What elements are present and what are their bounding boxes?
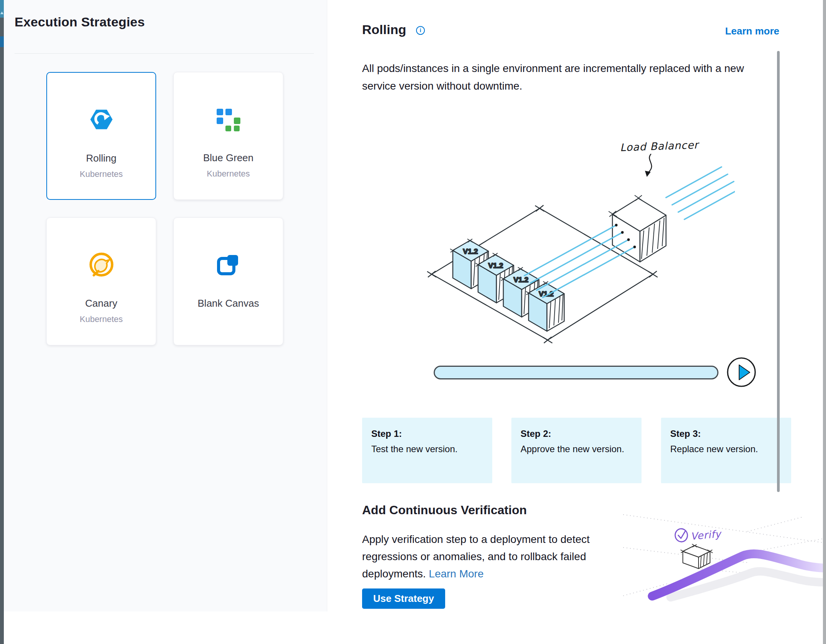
svg-text:V1.2: V1.2 xyxy=(539,290,553,298)
strategy-card-blank-canvas[interactable]: Blank Canvas xyxy=(173,217,283,345)
blue-green-icon xyxy=(216,106,241,132)
strategy-card-sublabel: Kubernetes xyxy=(174,169,283,179)
blank-canvas-icon xyxy=(216,252,241,277)
svg-text:V1.2: V1.2 xyxy=(513,276,528,284)
step-title: Step 3: xyxy=(670,428,782,439)
execution-strategies-panel: Execution Strategies Rolling Kubernetes … xyxy=(4,0,327,611)
rolling-deployment-illustration: V1.2 V1.2 V1.2 xyxy=(421,134,735,348)
strategy-card-label: Blue Green xyxy=(174,152,283,164)
continuous-verification-description: Apply verification step to a deployment … xyxy=(362,531,597,582)
play-button[interactable] xyxy=(726,357,756,387)
divider xyxy=(15,53,314,54)
info-icon[interactable]: i xyxy=(416,26,425,35)
verify-cube xyxy=(681,544,713,569)
strategy-card-sublabel: Kubernetes xyxy=(47,314,156,324)
window-scrollbar[interactable] xyxy=(823,0,826,644)
step-text: Approve the new version. xyxy=(521,444,632,454)
strategy-card-blue-green[interactable]: Blue Green Kubernetes xyxy=(173,72,283,200)
canary-icon xyxy=(89,252,114,277)
sidebar-logo-triangle-icon xyxy=(0,11,3,14)
verify-annotation: Verify xyxy=(690,528,723,542)
detail-scrollbar[interactable] xyxy=(777,51,780,492)
strategy-description: All pods/instances in a single environme… xyxy=(362,60,762,95)
app-sidebar-strip xyxy=(0,0,4,644)
cv-learn-more-link[interactable]: Learn More xyxy=(429,568,483,580)
load-balancer-label: Load Balancer xyxy=(620,139,700,154)
check-icon xyxy=(674,528,688,543)
use-strategy-button[interactable]: Use Strategy xyxy=(362,588,445,609)
animation-progress-bar xyxy=(434,366,718,379)
step-card-3: Step 3: Replace new version. xyxy=(661,418,791,483)
step-title: Step 2: xyxy=(521,428,632,439)
page-title: Execution Strategies xyxy=(15,15,145,29)
label-arrow xyxy=(648,154,651,172)
svg-text:V1.2: V1.2 xyxy=(488,262,503,270)
learn-more-link[interactable]: Learn more xyxy=(725,25,779,37)
step-text: Test the new version. xyxy=(371,444,483,454)
strategy-card-label: Canary xyxy=(47,297,156,309)
step-card-1: Step 1: Test the new version. xyxy=(362,418,492,483)
step-text: Replace new version. xyxy=(670,444,782,454)
strategy-detail-panel: Rolling i Learn more All pods/instances … xyxy=(327,0,826,644)
sidebar-teal-segment xyxy=(0,0,4,18)
step-card-2: Step 2: Approve the new version. xyxy=(511,418,642,483)
strategy-card-label: Rolling xyxy=(47,152,155,164)
sidebar-active-item xyxy=(0,36,4,47)
rolling-icon xyxy=(89,107,114,132)
strategy-card-sublabel: Kubernetes xyxy=(47,169,155,179)
strategy-detail-title: Rolling xyxy=(362,22,406,37)
strategy-card-canary[interactable]: Canary Kubernetes xyxy=(46,217,156,345)
verify-illustration: Verify xyxy=(623,505,826,616)
load-balancer-box xyxy=(609,195,666,262)
continuous-verification-title: Add Continuous Verification xyxy=(362,503,527,517)
step-title: Step 1: xyxy=(371,428,483,439)
svg-text:V1.2: V1.2 xyxy=(463,247,478,255)
strategy-card-label: Blank Canvas xyxy=(174,297,283,309)
strategy-card-rolling[interactable]: Rolling Kubernetes xyxy=(46,72,156,200)
